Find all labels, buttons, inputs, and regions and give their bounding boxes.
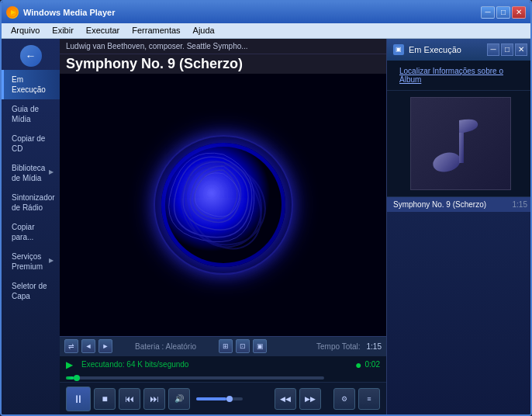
panel-controls: ─ □ ✕ bbox=[487, 43, 527, 56]
prev-small-button[interactable]: ◄ bbox=[81, 339, 95, 353]
sidebar: ← Em Execução Guia de Mídia Copiar de CD… bbox=[2, 39, 60, 414]
minimize-button[interactable]: ─ bbox=[481, 6, 495, 19]
fullscreen-button[interactable]: ⊞ bbox=[219, 339, 233, 353]
bitrate-status: Executando: 64 K bits/segundo bbox=[81, 360, 355, 369]
sidebar-item-seletor-capa[interactable]: Seletor de Capa bbox=[2, 276, 60, 306]
playback-controls: ⏸ ■ ⏮ ⏭ 🔊 bbox=[60, 382, 386, 414]
menu-arquivo[interactable]: Arquivo bbox=[5, 24, 46, 36]
right-panel: ▣ Em Execução ─ □ ✕ Localizar Informaçõe… bbox=[386, 39, 532, 414]
stop-icon: ■ bbox=[102, 393, 107, 404]
app-icon bbox=[6, 6, 19, 19]
next-button[interactable]: ⏭ bbox=[143, 388, 165, 410]
rewind-icon: ◀◀ bbox=[280, 395, 291, 403]
panel-close-button[interactable]: ✕ bbox=[515, 43, 527, 56]
chevron-right-icon: ▶ bbox=[49, 168, 54, 176]
status-bar: ▶ Executando: 64 K bits/segundo ● 0:02 bbox=[60, 355, 386, 373]
panel-minimize-button[interactable]: ─ bbox=[487, 43, 499, 56]
svg-point-6 bbox=[430, 150, 462, 175]
settings-icon: ⚙ bbox=[341, 395, 347, 403]
window-title: Windows Media Player bbox=[23, 8, 481, 17]
menu-executar[interactable]: Executar bbox=[80, 24, 126, 36]
menu-ferramentas[interactable]: Ferramentas bbox=[126, 24, 186, 36]
shuffle-icon: ⇌ bbox=[68, 342, 74, 350]
sidebar-label: Copiar de CD bbox=[12, 133, 54, 154]
pause-button[interactable]: ⏸ bbox=[66, 387, 91, 411]
rewind-button[interactable]: ◀◀ bbox=[275, 388, 296, 410]
progress-track[interactable] bbox=[66, 376, 324, 380]
sidebar-item-copiar-para[interactable]: Copiar para... bbox=[2, 217, 60, 247]
sidebar-label: Seletor de Capa bbox=[12, 281, 54, 301]
main-container: ← Em Execução Guia de Mídia Copiar de CD… bbox=[2, 39, 532, 414]
fastforward-icon: ▶▶ bbox=[305, 395, 316, 403]
find-info-area: Localizar Informações sobre o Álbum bbox=[387, 61, 532, 91]
volume-button[interactable]: 🔊 bbox=[168, 388, 190, 410]
extra-view-icon: ⊡ bbox=[240, 342, 246, 350]
title-bar: Windows Media Player ─ □ ✕ bbox=[2, 2, 530, 23]
album-art[interactable] bbox=[410, 97, 511, 190]
menu-ajuda[interactable]: Ajuda bbox=[187, 24, 221, 36]
volume-fill bbox=[196, 397, 226, 400]
menu-bar: Arquivo Exibir Executar Ferramentas Ajud… bbox=[2, 23, 530, 39]
menu-extra-button[interactable]: ≡ bbox=[358, 388, 380, 410]
controls-bar: ⇌ ◄ ► Bateria : Aleatório ⊞ ⊡ ▣ Tem bbox=[60, 336, 386, 355]
video-icon: ▣ bbox=[257, 342, 264, 350]
window-controls: ─ □ ✕ bbox=[481, 6, 526, 19]
fullscreen-icon: ⊞ bbox=[223, 342, 229, 350]
sidebar-item-guia-midia[interactable]: Guia de Mídia bbox=[2, 99, 60, 129]
sidebar-item-radio[interactable]: Sintonizador de Rádio bbox=[2, 188, 60, 217]
play-status-icon: ▶ bbox=[66, 359, 77, 370]
sidebar-item-copiar-cd[interactable]: Copiar de CD bbox=[2, 129, 60, 158]
back-icon: ← bbox=[26, 50, 36, 62]
track-title: Symphony No. 9 (Scherzo) bbox=[60, 54, 386, 74]
playlist-track-title: Symphony No. 9 (Scherzo) bbox=[393, 200, 486, 209]
sidebar-item-em-execucao[interactable]: Em Execução bbox=[2, 70, 60, 99]
playlist-track-duration: 1:15 bbox=[513, 200, 527, 209]
progress-fill bbox=[66, 376, 74, 380]
progress-bar-container[interactable] bbox=[60, 373, 386, 382]
viz-svg bbox=[161, 143, 285, 267]
sidebar-label: Sintonizador de Rádio bbox=[12, 192, 55, 213]
pause-icon: ⏸ bbox=[73, 393, 84, 405]
fastforward-button[interactable]: ▶▶ bbox=[299, 388, 321, 410]
music-note-svg bbox=[422, 106, 499, 180]
volume-icon: 🔊 bbox=[174, 394, 184, 403]
panel-title: Em Execução bbox=[409, 45, 461, 54]
settings-button[interactable]: ⚙ bbox=[333, 388, 355, 410]
viz-circle bbox=[161, 143, 285, 267]
play-small-icon: ► bbox=[102, 342, 109, 350]
sidebar-label: Copiar para... bbox=[12, 222, 54, 242]
artist-info: Ludwig van Beethoven, composer. Seattle … bbox=[60, 39, 386, 54]
volume-thumb[interactable] bbox=[226, 396, 233, 402]
panel-restore-button[interactable]: □ bbox=[501, 43, 513, 56]
shuffle-button[interactable]: ⇌ bbox=[64, 339, 78, 353]
video-button[interactable]: ▣ bbox=[253, 339, 267, 353]
menu-extra-icon: ≡ bbox=[367, 395, 371, 403]
prev-button[interactable]: ⏮ bbox=[119, 388, 140, 410]
visualization-area[interactable] bbox=[60, 74, 386, 336]
prev-small-icon: ◄ bbox=[85, 342, 92, 350]
sidebar-item-premium[interactable]: Serviços Premium ▶ bbox=[2, 247, 60, 276]
sidebar-label: Guia de Mídia bbox=[12, 104, 54, 124]
svg-marker-1 bbox=[11, 10, 16, 15]
extra-view-button[interactable]: ⊡ bbox=[236, 339, 250, 353]
volume-slider[interactable] bbox=[196, 397, 243, 400]
panel-title-row: ▣ Em Execução bbox=[393, 44, 461, 55]
playlist: Symphony No. 9 (Scherzo) 1:15 bbox=[387, 197, 532, 414]
back-button[interactable]: ← bbox=[20, 45, 42, 67]
sidebar-item-biblioteca[interactable]: Biblioteca de Mídia ▶ bbox=[2, 158, 60, 188]
play-small-button[interactable]: ► bbox=[98, 339, 112, 353]
chevron-right-icon: ▶ bbox=[49, 257, 54, 265]
restore-button[interactable]: □ bbox=[496, 6, 510, 19]
find-info-link[interactable]: Localizar Informações sobre o Álbum bbox=[393, 65, 527, 85]
stop-button[interactable]: ■ bbox=[94, 388, 116, 410]
next-icon: ⏭ bbox=[150, 393, 159, 404]
total-time-value: 1:15 bbox=[367, 342, 382, 351]
menu-exibir[interactable]: Exibir bbox=[46, 24, 80, 36]
list-item[interactable]: Symphony No. 9 (Scherzo) 1:15 bbox=[387, 197, 532, 212]
progress-thumb[interactable] bbox=[74, 375, 80, 381]
right-panel-header: ▣ Em Execução ─ □ ✕ bbox=[387, 39, 532, 61]
close-button[interactable]: ✕ bbox=[512, 6, 526, 19]
app-window: Windows Media Player ─ □ ✕ Arquivo Exibi… bbox=[0, 0, 532, 416]
elapsed-time: 0:02 bbox=[365, 360, 380, 369]
battery-status: Bateria : Aleatório bbox=[116, 342, 216, 351]
